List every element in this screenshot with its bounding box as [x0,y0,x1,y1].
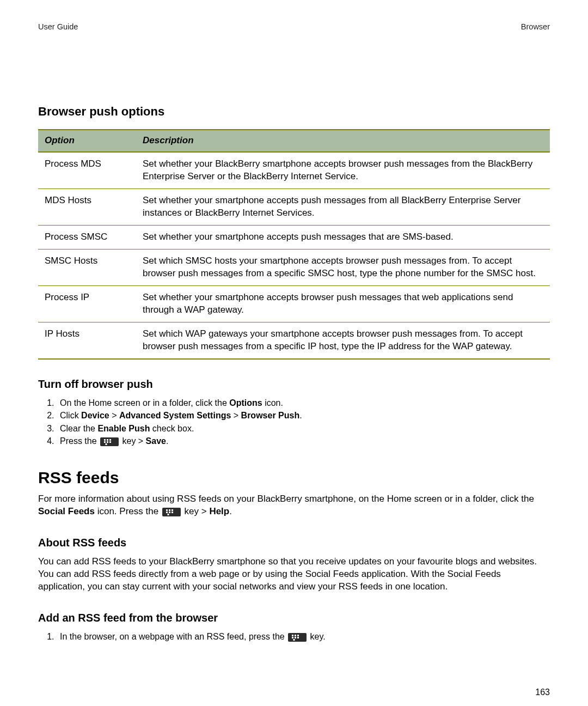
page-header: User Guide Browser [38,22,550,33]
cell-option: Process SMSC [38,225,136,249]
table-row: Process IP Set whether your smartphone a… [38,285,550,322]
table-row: Process SMSC Set whether your smartphone… [38,225,550,249]
cell-option: Process IP [38,285,136,322]
section-add-rss-feed: Add an RSS feed from the browser [38,611,550,625]
page-number: 163 [38,686,550,698]
cell-option: Process MDS [38,152,136,188]
col-description: Description [136,130,550,152]
step: Press the key > Save. [57,435,550,447]
cell-desc: Set which SMSC hosts your smartphone acc… [136,249,550,285]
col-option: Option [38,130,136,152]
table-row: MDS Hosts Set whether your smartphone ac… [38,189,550,226]
table-row: IP Hosts Set which WAP gateways your sma… [38,322,550,358]
cell-option: SMSC Hosts [38,249,136,285]
step: Clear the Enable Push check box. [57,423,550,435]
add-rss-steps: In the browser, on a webpage with an RSS… [38,631,550,643]
cell-option: MDS Hosts [38,189,136,226]
cell-desc: Set which WAP gateways your smartphone a… [136,322,550,358]
step: Click Device > Advanced System Settings … [57,410,550,422]
cell-desc: Set whether your smartphone accepts push… [136,189,550,226]
header-left: User Guide [38,22,78,33]
blackberry-key-icon [100,437,119,446]
cell-desc: Set whether your smartphone accepts push… [136,225,550,249]
about-rss-text: You can add RSS feeds to your BlackBerry… [38,556,550,593]
blackberry-key-icon [162,508,181,516]
chapter-rss-feeds: RSS feeds [38,467,550,489]
section-browser-push-options: Browser push options [38,104,550,120]
step: In the browser, on a webpage with an RSS… [57,631,550,643]
table-row: Process MDS Set whether your BlackBerry … [38,152,550,188]
rss-intro: For more information about using RSS fee… [38,493,550,518]
cell-option: IP Hosts [38,322,136,358]
turn-off-steps: On the Home screen or in a folder, click… [38,397,550,447]
cell-desc: Set whether your smartphone accepts brow… [136,285,550,322]
options-table: Option Description Process MDS Set wheth… [38,129,550,359]
section-about-rss-feeds: About RSS feeds [38,535,550,550]
step: On the Home screen or in a folder, click… [57,397,550,409]
blackberry-key-icon [288,633,307,642]
cell-desc: Set whether your BlackBerry smartphone a… [136,152,550,188]
table-row: SMSC Hosts Set which SMSC hosts your sma… [38,249,550,285]
header-right: Browser [521,22,550,33]
section-turn-off-browser-push: Turn off browser push [38,377,550,392]
